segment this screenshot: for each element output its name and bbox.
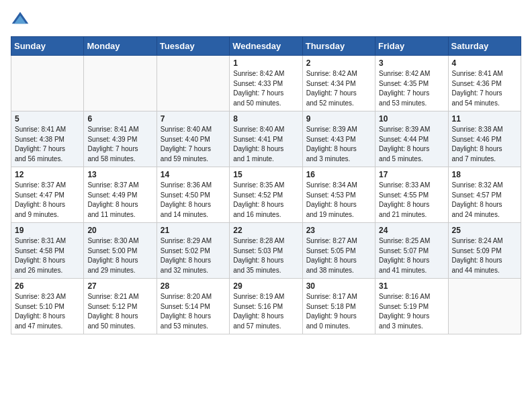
calendar-cell: 15Sunrise: 8:35 AM Sunset: 4:52 PM Dayli… [230, 167, 302, 223]
day-header-sunday: Sunday [11, 37, 84, 56]
calendar-cell: 7Sunrise: 8:40 AM Sunset: 4:40 PM Daylig… [157, 111, 229, 167]
calendar-header-row: SundayMondayTuesdayWednesdayThursdayFrid… [11, 37, 521, 56]
calendar-cell [157, 56, 229, 111]
day-header-tuesday: Tuesday [157, 37, 229, 56]
day-number: 24 [379, 226, 444, 235]
day-info: Sunrise: 8:27 AM Sunset: 5:05 PM Dayligh… [306, 236, 371, 275]
day-number: 19 [15, 226, 80, 235]
day-info: Sunrise: 8:37 AM Sunset: 4:49 PM Dayligh… [87, 181, 152, 220]
day-info: Sunrise: 8:17 AM Sunset: 5:18 PM Dayligh… [306, 292, 371, 331]
day-number: 23 [306, 226, 371, 235]
day-info: Sunrise: 8:40 AM Sunset: 4:41 PM Dayligh… [233, 125, 298, 164]
calendar-cell: 22Sunrise: 8:28 AM Sunset: 5:03 PM Dayli… [230, 223, 302, 279]
calendar-table: SundayMondayTuesdayWednesdayThursdayFrid… [11, 36, 521, 334]
day-info: Sunrise: 8:41 AM Sunset: 4:39 PM Dayligh… [87, 125, 152, 164]
calendar-cell: 26Sunrise: 8:23 AM Sunset: 5:10 PM Dayli… [11, 279, 84, 334]
day-info: Sunrise: 8:40 AM Sunset: 4:40 PM Dayligh… [161, 125, 226, 164]
day-header-thursday: Thursday [302, 37, 375, 56]
day-info: Sunrise: 8:34 AM Sunset: 4:53 PM Dayligh… [306, 181, 371, 220]
calendar-week-row: 12Sunrise: 8:37 AM Sunset: 4:47 PM Dayli… [11, 167, 521, 223]
day-info: Sunrise: 8:29 AM Sunset: 5:02 PM Dayligh… [161, 236, 226, 275]
day-info: Sunrise: 8:25 AM Sunset: 5:07 PM Dayligh… [379, 236, 444, 275]
calendar-cell: 4Sunrise: 8:41 AM Sunset: 4:36 PM Daylig… [448, 56, 521, 111]
calendar-week-row: 26Sunrise: 8:23 AM Sunset: 5:10 PM Dayli… [11, 279, 521, 334]
day-info: Sunrise: 8:42 AM Sunset: 4:33 PM Dayligh… [233, 69, 298, 108]
day-number: 8 [233, 114, 298, 124]
calendar-cell: 24Sunrise: 8:25 AM Sunset: 5:07 PM Dayli… [375, 223, 448, 279]
day-info: Sunrise: 8:19 AM Sunset: 5:16 PM Dayligh… [233, 292, 298, 331]
calendar-week-row: 1Sunrise: 8:42 AM Sunset: 4:33 PM Daylig… [11, 56, 521, 111]
calendar-cell: 12Sunrise: 8:37 AM Sunset: 4:47 PM Dayli… [11, 167, 84, 223]
calendar-cell: 21Sunrise: 8:29 AM Sunset: 5:02 PM Dayli… [157, 223, 229, 279]
calendar-cell: 11Sunrise: 8:38 AM Sunset: 4:46 PM Dayli… [448, 111, 521, 167]
day-info: Sunrise: 8:41 AM Sunset: 4:38 PM Dayligh… [15, 125, 80, 164]
day-number: 7 [161, 114, 226, 124]
day-number: 11 [452, 114, 517, 124]
calendar-cell: 9Sunrise: 8:39 AM Sunset: 4:43 PM Daylig… [302, 111, 375, 167]
day-info: Sunrise: 8:31 AM Sunset: 4:58 PM Dayligh… [15, 236, 80, 275]
day-info: Sunrise: 8:36 AM Sunset: 4:50 PM Dayligh… [161, 181, 226, 220]
calendar-cell: 2Sunrise: 8:42 AM Sunset: 4:34 PM Daylig… [302, 56, 375, 111]
calendar-cell: 27Sunrise: 8:21 AM Sunset: 5:12 PM Dayli… [84, 279, 157, 334]
day-info: Sunrise: 8:28 AM Sunset: 5:03 PM Dayligh… [233, 236, 298, 275]
calendar-cell: 30Sunrise: 8:17 AM Sunset: 5:18 PM Dayli… [302, 279, 375, 334]
day-number: 4 [452, 58, 517, 68]
calendar-cell: 6Sunrise: 8:41 AM Sunset: 4:39 PM Daylig… [84, 111, 157, 167]
day-number: 9 [306, 114, 371, 124]
calendar-cell: 18Sunrise: 8:32 AM Sunset: 4:57 PM Dayli… [448, 167, 521, 223]
day-info: Sunrise: 8:20 AM Sunset: 5:14 PM Dayligh… [161, 292, 226, 331]
calendar-cell: 8Sunrise: 8:40 AM Sunset: 4:41 PM Daylig… [230, 111, 302, 167]
day-number: 29 [233, 281, 298, 291]
day-header-monday: Monday [84, 37, 157, 56]
day-number: 18 [452, 170, 517, 179]
page-header [11, 11, 521, 30]
calendar-cell [84, 56, 157, 111]
calendar-cell: 28Sunrise: 8:20 AM Sunset: 5:14 PM Dayli… [157, 279, 229, 334]
day-number: 6 [87, 114, 152, 124]
day-number: 20 [87, 226, 152, 235]
calendar-cell: 10Sunrise: 8:39 AM Sunset: 4:44 PM Dayli… [375, 111, 448, 167]
calendar-cell: 31Sunrise: 8:16 AM Sunset: 5:19 PM Dayli… [375, 279, 448, 334]
day-info: Sunrise: 8:42 AM Sunset: 4:35 PM Dayligh… [379, 69, 444, 108]
day-info: Sunrise: 8:33 AM Sunset: 4:55 PM Dayligh… [379, 181, 444, 220]
day-info: Sunrise: 8:30 AM Sunset: 5:00 PM Dayligh… [87, 236, 152, 275]
calendar-cell: 19Sunrise: 8:31 AM Sunset: 4:58 PM Dayli… [11, 223, 84, 279]
day-info: Sunrise: 8:24 AM Sunset: 5:09 PM Dayligh… [452, 236, 517, 275]
day-info: Sunrise: 8:21 AM Sunset: 5:12 PM Dayligh… [87, 292, 152, 331]
day-info: Sunrise: 8:37 AM Sunset: 4:47 PM Dayligh… [15, 181, 80, 220]
day-number: 5 [15, 114, 80, 124]
day-header-saturday: Saturday [448, 37, 521, 56]
day-info: Sunrise: 8:39 AM Sunset: 4:43 PM Dayligh… [306, 125, 371, 164]
day-number: 31 [379, 281, 444, 291]
day-number: 26 [15, 281, 80, 291]
day-header-friday: Friday [375, 37, 448, 56]
day-number: 22 [233, 226, 298, 235]
day-number: 2 [306, 58, 371, 68]
calendar-week-row: 5Sunrise: 8:41 AM Sunset: 4:38 PM Daylig… [11, 111, 521, 167]
day-info: Sunrise: 8:16 AM Sunset: 5:19 PM Dayligh… [379, 292, 444, 331]
calendar-cell: 1Sunrise: 8:42 AM Sunset: 4:33 PM Daylig… [230, 56, 302, 111]
day-info: Sunrise: 8:32 AM Sunset: 4:57 PM Dayligh… [452, 181, 517, 220]
day-number: 1 [233, 58, 298, 68]
day-number: 25 [452, 226, 517, 235]
day-number: 16 [306, 170, 371, 179]
day-info: Sunrise: 8:23 AM Sunset: 5:10 PM Dayligh… [15, 292, 80, 331]
day-info: Sunrise: 8:41 AM Sunset: 4:36 PM Dayligh… [452, 69, 517, 108]
calendar-cell [11, 56, 84, 111]
day-number: 14 [161, 170, 226, 179]
calendar-cell [448, 279, 521, 334]
day-info: Sunrise: 8:38 AM Sunset: 4:46 PM Dayligh… [452, 125, 517, 164]
calendar-week-row: 19Sunrise: 8:31 AM Sunset: 4:58 PM Dayli… [11, 223, 521, 279]
day-number: 12 [15, 170, 80, 179]
day-info: Sunrise: 8:39 AM Sunset: 4:44 PM Dayligh… [379, 125, 444, 164]
day-number: 3 [379, 58, 444, 68]
day-number: 28 [161, 281, 226, 291]
day-info: Sunrise: 8:42 AM Sunset: 4:34 PM Dayligh… [306, 69, 371, 108]
day-number: 10 [379, 114, 444, 124]
calendar-cell: 14Sunrise: 8:36 AM Sunset: 4:50 PM Dayli… [157, 167, 229, 223]
calendar-cell: 16Sunrise: 8:34 AM Sunset: 4:53 PM Dayli… [302, 167, 375, 223]
calendar-cell: 25Sunrise: 8:24 AM Sunset: 5:09 PM Dayli… [448, 223, 521, 279]
day-number: 27 [87, 281, 152, 291]
day-number: 30 [306, 281, 371, 291]
logo-icon [11, 11, 30, 30]
